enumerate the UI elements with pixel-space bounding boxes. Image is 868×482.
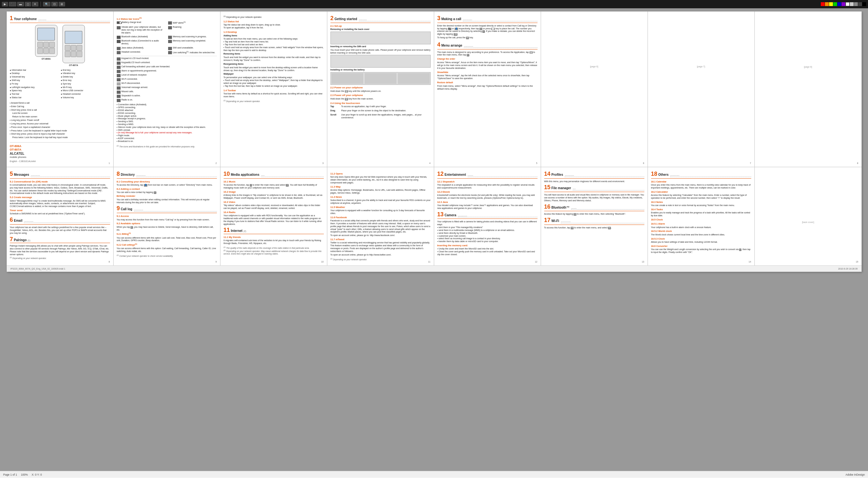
missed-icon — [117, 91, 121, 94]
wap-item: • Music player active. — [117, 115, 217, 118]
action-scroll-label: Scroll — [331, 114, 340, 119]
touchscreen-header: 2.4 Using the touchscreen — [331, 102, 431, 104]
section-5-number: 5 — [10, 171, 13, 177]
swatch-blue[interactable] — [837, 2, 841, 6]
key-list: ● Information bar ● Desktop ● Voicemail … — [10, 69, 110, 100]
status-bt-connected-label: Bluetooth status (Connected to a audio d… — [122, 39, 165, 45]
phone-ot807a — [63, 25, 85, 63]
grid-btn[interactable]: ⊞ — [59, 2, 65, 6]
page-number-1: 1 — [109, 162, 110, 165]
section-14-number: 14 — [544, 171, 551, 177]
save-btn: + — [482, 30, 485, 33]
swatch-gray[interactable] — [854, 2, 858, 6]
section-12-dots: ......... — [468, 174, 537, 177]
menu-arrange-text: The main menu is designed to vary accord… — [437, 51, 537, 57]
section-6-title: Email — [14, 219, 23, 223]
swatch-yellow[interactable] — [829, 2, 833, 6]
section-18-number: 18 — [651, 171, 657, 177]
swatch-white[interactable] — [846, 2, 849, 6]
key-item: ● End key — [61, 69, 110, 72]
status-line: Line switching(1): indicates the selecte… — [168, 51, 217, 55]
s18-6-header: 18.6 Converter — [651, 245, 751, 247]
swatch-purple[interactable] — [841, 2, 845, 6]
section-15-header: 15 File manager ..... — [544, 184, 644, 192]
swatch-green[interactable] — [833, 2, 837, 6]
battery-header: Installing or removing the battery — [331, 68, 431, 71]
status-list-header: 1.2 Status list — [224, 20, 324, 23]
manual-page-14: 14 Profiles ............... With this me… — [541, 167, 648, 265]
fit-btn[interactable]: ⊡ — [51, 2, 58, 6]
status-radio-label: Radio is on. — [122, 98, 133, 101]
status-bar-header: 1.1 Status bar icons(1) — [117, 17, 217, 21]
s9-callsettings-text: You can access different items with this… — [117, 247, 217, 253]
back-cover-image — [331, 32, 431, 44]
dir-icon: 👤 — [455, 28, 458, 30]
document-page: 1 Your cellphone ............. — [7, 11, 862, 272]
section-13-number: 13 — [437, 211, 444, 217]
s18-4-header: 18.4 Tasks — [651, 208, 751, 211]
wap-item: • Silence mode: your cellphone does not … — [117, 126, 217, 129]
s18-5-1-text: Your cellphone has a built-in alarm cloc… — [651, 226, 751, 229]
wap-item: • A1DP connected. — [117, 137, 217, 140]
s12-2-header: 12.2 Ebook — [437, 190, 537, 193]
key-item: ● Desktop — [10, 72, 59, 75]
page-number-9: 8 — [109, 261, 110, 264]
music-icon: ♬ — [286, 184, 289, 187]
callforward-icon — [117, 66, 121, 69]
brand-alcatel: ALCATEL — [10, 152, 110, 156]
swatch-lightgray[interactable] — [850, 2, 854, 6]
voicemail-icon — [117, 86, 121, 90]
section-16-number: 16 — [544, 204, 551, 210]
key-item: ● Tool bar — [10, 93, 59, 96]
music-btn: ♪ — [250, 184, 252, 187]
status-radio: Radio is on. — [117, 98, 217, 102]
section-4-title: Menu arrange — [441, 44, 463, 48]
s9-billing-header: 9.2.1 Billing(1) — [117, 232, 217, 236]
status-coords: X: 0 Y: 0 — [32, 473, 42, 476]
section-7-header: 7 Palringo (1) — [10, 236, 110, 243]
toolbar-btn-2[interactable]: ⬛ — [9, 2, 16, 6]
s18-6-text: You can use the Weight and Length conver… — [651, 248, 751, 254]
swatch-darkgray[interactable] — [858, 2, 862, 6]
page-number-2: 2 — [216, 162, 217, 165]
shortcut-item: Lock the screen — [10, 112, 110, 115]
swatch-orange[interactable] — [825, 2, 829, 6]
menu-btn: ≡ — [467, 54, 469, 57]
s9-1-text: You may access this function from the ma… — [117, 218, 217, 221]
toolbar-btn-5[interactable]: ✕ — [32, 2, 38, 6]
section-8-dots: ............... — [136, 174, 217, 177]
manual-page-7: 7 [page 7] — [648, 11, 755, 167]
s16-text: Access this feature by tapping ★ to ente… — [544, 213, 644, 216]
desktop-wallpaper-text: To personalize your wallpaper, you can s… — [224, 76, 324, 87]
section-5-dots: ............... — [31, 174, 110, 177]
toolbar-btn-1[interactable]: ▶ — [2, 2, 8, 6]
power-btn-icon2: ⏻ — [345, 98, 348, 100]
s12-3-text: Your Alcatel cellphone may include™ some… — [437, 204, 537, 210]
action-drag: Drag Place your finger on the screen to … — [331, 110, 431, 113]
call-icon: 📞 — [448, 28, 452, 30]
manual-page-9: 5 Messages ............... 5.1 Conversat… — [7, 167, 114, 265]
section-12-header: 12 Entertainment ......... — [437, 171, 537, 179]
swatch-red[interactable] — [821, 2, 825, 6]
section-6-number: 6 — [10, 217, 13, 223]
section-17-dots: ................ — [561, 220, 644, 223]
zoom-btn[interactable]: 🔍 — [43, 2, 51, 6]
shortcut-item: Press twice: Lock the keyboard in top-ha… — [10, 136, 110, 139]
status-wifi-label: Wi-Fi connected. — [122, 78, 138, 81]
phone-keypad-807a — [65, 45, 82, 57]
toolbar-btn-3[interactable]: ▬ — [17, 2, 24, 6]
s10-1-header: 10.1 Music — [224, 180, 324, 183]
section-3-dots: ............... — [463, 18, 537, 21]
status-wifi-off-label: Wi-Fi disconnected. — [122, 82, 141, 85]
s5-1-text: In conversational mode, you can view cha… — [10, 184, 110, 195]
s11-5-text: Your cellphone is equipped with a weathe… — [331, 209, 431, 215]
wap-item: • Flight mode. — [117, 134, 217, 137]
s9-2-text: When you tap ≡, you may have access to D… — [117, 226, 217, 232]
birthday-header: Birthday reminder — [117, 195, 217, 198]
toolbar-btn-4[interactable]: ◻ — [25, 2, 31, 6]
touchscreen-actions: Tap To access an application, tap it wit… — [331, 105, 431, 120]
page-number-16: 15 — [856, 261, 859, 264]
section-3-title: Making a call — [441, 17, 461, 21]
section-9-title: Call log — [121, 207, 132, 211]
swatch-black[interactable] — [862, 2, 866, 6]
